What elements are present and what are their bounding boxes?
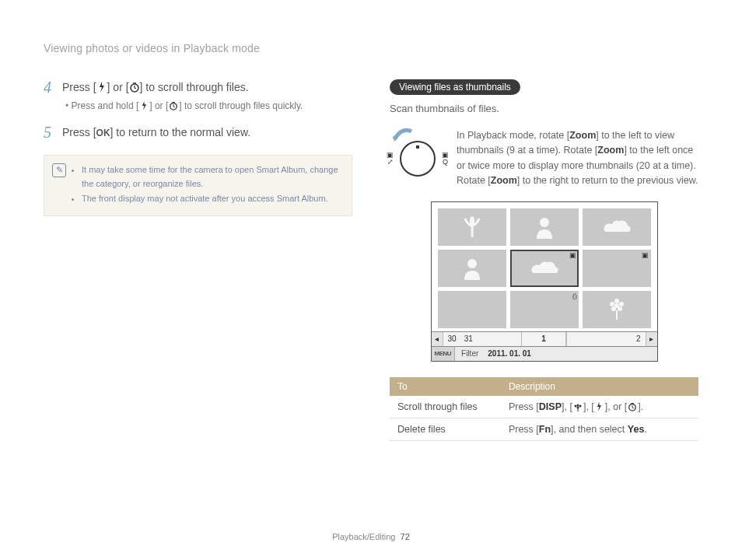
fn-icon: Fn <box>539 424 551 435</box>
table-row: Delete files Press [Fn], and then select… <box>390 418 698 440</box>
table-header-to: To <box>390 377 501 396</box>
action-table: To Description Scroll through files Pres… <box>390 377 698 441</box>
cloud-icon <box>530 261 558 276</box>
info-bullet: It may take some time for the camera to … <box>82 163 342 191</box>
zoom-in-icon: ▣Q <box>442 152 449 166</box>
step-5: 5 Press [OK] to return to the normal vie… <box>44 124 352 144</box>
person-icon <box>534 215 555 239</box>
svg-point-6 <box>619 302 624 306</box>
macro-icon <box>572 401 583 412</box>
person-icon <box>462 257 482 280</box>
zoom-lens-diagram: ▣⤢ ▣Q <box>390 128 446 189</box>
ok-icon: OK <box>96 128 110 138</box>
flash-icon <box>138 100 149 111</box>
lens-ring-icon <box>400 141 436 177</box>
svg-point-7 <box>611 306 616 311</box>
step-4-sub: Press and hold [] or [] to scroll throug… <box>62 99 352 114</box>
date-scroll-bar: ◂ 30 31 1 2 ▸ <box>432 331 657 346</box>
note-icon: ✎ <box>52 163 66 177</box>
svg-point-9 <box>614 299 619 303</box>
date-tick: 31 <box>464 334 473 343</box>
svg-point-12 <box>579 404 581 407</box>
svg-point-2 <box>540 218 549 227</box>
palm-icon <box>460 215 484 239</box>
page-footer: Playback/Editing 72 <box>0 532 742 541</box>
cloud-icon <box>603 219 631 235</box>
row-desc: Press [Fn], and then select Yes. <box>501 418 698 440</box>
disp-icon: DISP <box>539 401 562 412</box>
thumbnail <box>438 250 506 287</box>
flash-icon <box>594 401 605 412</box>
date-tick: 2 <box>636 334 641 343</box>
svg-point-8 <box>618 306 622 311</box>
svg-point-11 <box>574 404 576 407</box>
thumbnail <box>438 291 506 328</box>
flower-icon <box>606 298 628 321</box>
menu-bar: MENU Filter 2011. 01. 01 <box>432 346 657 361</box>
row-desc: Press [DISP], [], [], or []. <box>501 396 698 418</box>
scroll-right-icon: ▸ <box>646 332 657 346</box>
print-badge-icon: ⎙ <box>572 292 576 300</box>
date-value: 2011. 01. 01 <box>485 349 531 358</box>
menu-button-label: MENU <box>432 347 456 361</box>
step-number: 4 <box>44 79 56 114</box>
scan-subtitle: Scan thumbnails of files. <box>390 103 698 114</box>
thumbnail: ▣ <box>583 250 651 287</box>
zoom-out-icon: ▣⤢ <box>387 152 394 166</box>
thumbnail <box>583 291 651 328</box>
svg-point-5 <box>610 302 614 306</box>
filter-label: Filter <box>455 349 485 358</box>
thumbnail <box>583 208 651 246</box>
date-tick: 30 <box>448 334 457 343</box>
info-bullet: The front display may not activate after… <box>82 192 342 206</box>
date-current: 1 <box>541 334 546 343</box>
row-to: Scroll through files <box>390 396 501 418</box>
timer-icon <box>168 100 179 111</box>
thumbnail-screen: ▣ ▣ ⎙ ◂ 30 31 1 2 <box>431 201 658 362</box>
right-column: Viewing files as thumbnails Scan thumbna… <box>390 79 698 441</box>
video-badge-icon: ▣ <box>642 251 649 259</box>
svg-point-10 <box>576 404 579 406</box>
table-row: Scroll through files Press [DISP], [], [… <box>390 396 698 418</box>
row-to: Delete files <box>390 418 501 440</box>
info-box: ✎ It may take some time for the camera t… <box>44 155 352 216</box>
left-column: 4 Press [] or [] to scroll through files… <box>44 79 352 441</box>
zoom-instruction: In Playback mode, rotate [Zoom] to the l… <box>457 128 698 189</box>
thumbnail-selected: ▣ <box>510 250 579 287</box>
step-4: 4 Press [] or [] to scroll through files… <box>44 79 352 114</box>
step-5-text: Press [OK] to return to the normal view. <box>62 124 352 141</box>
svg-point-3 <box>467 259 477 268</box>
timer-icon <box>129 82 140 93</box>
thumbnail: ⎙ <box>510 291 579 328</box>
scroll-left-icon: ◂ <box>432 332 443 346</box>
step-4-text: Press [] or [] to scroll through files. <box>62 79 352 96</box>
timer-icon <box>627 401 638 412</box>
flash-icon <box>96 82 107 93</box>
step-number: 5 <box>44 124 56 144</box>
thumbnail <box>438 208 506 246</box>
table-header-desc: Description <box>501 377 698 396</box>
thumbnail <box>510 208 579 246</box>
video-badge-icon: ▣ <box>569 251 576 259</box>
page-header: Viewing photos or videos in Playback mod… <box>44 42 698 61</box>
section-pill: Viewing files as thumbnails <box>390 79 520 95</box>
